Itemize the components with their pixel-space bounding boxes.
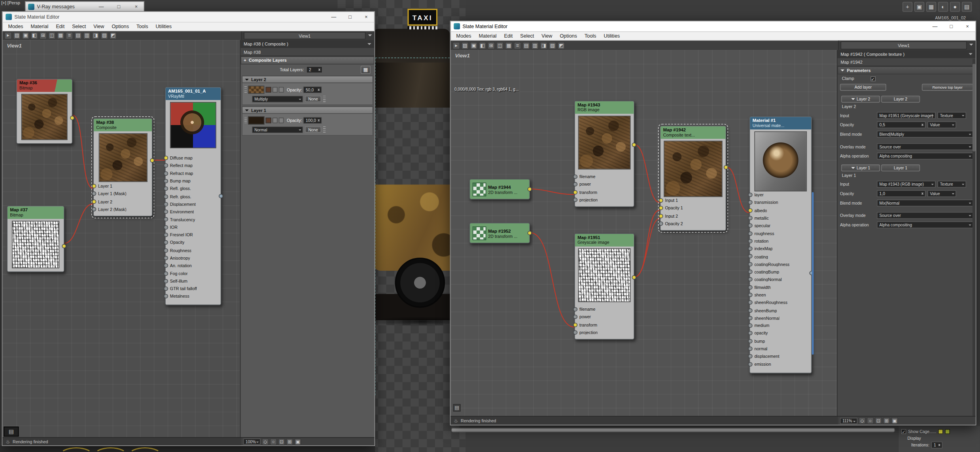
plus-icon[interactable]: +: [902, 2, 912, 12]
close-button[interactable]: ×: [129, 4, 144, 9]
input-socket[interactable]: [164, 194, 168, 199]
input-socket[interactable]: [748, 323, 753, 328]
input-socket[interactable]: [164, 156, 168, 160]
node-slot[interactable]: Anisotropy: [170, 254, 218, 262]
layer-collapse-button[interactable]: Layer 1: [841, 165, 880, 171]
node-slot[interactable]: Reflect map: [170, 162, 218, 169]
layout-all-icon[interactable]: ▦: [57, 32, 64, 40]
input-socket[interactable]: [164, 163, 168, 168]
input-socket[interactable]: [748, 339, 753, 343]
layer-options-button[interactable]: [279, 87, 284, 92]
overlay-mode-dropdown[interactable]: Source over: [877, 212, 973, 219]
node-slot[interactable]: coatingNormal: [754, 276, 808, 283]
mask-none-button[interactable]: None: [305, 126, 321, 133]
drag-handle-icon[interactable]: [244, 86, 247, 93]
zoom-level-dropdown[interactable]: 100%: [243, 439, 261, 445]
layer-tab[interactable]: Layer 2: [881, 96, 920, 103]
input-socket[interactable]: [659, 198, 663, 203]
zoom-selected-icon[interactable]: ▣: [294, 438, 301, 445]
node-slot[interactable]: Bump map: [170, 177, 218, 185]
minimize-button[interactable]: —: [94, 4, 109, 9]
node-slot[interactable]: Opacity 1: [665, 204, 723, 212]
node-slot[interactable]: coatingBump: [754, 268, 808, 275]
chevron-down-icon[interactable]: [367, 43, 371, 47]
menu-item[interactable]: Material: [27, 24, 52, 29]
node-slot[interactable]: layer: [754, 191, 808, 199]
input-socket[interactable]: [573, 323, 577, 327]
node-slot[interactable]: Refr. gloss.: [170, 193, 218, 200]
show-end-result-icon[interactable]: ◫: [48, 32, 56, 40]
layer-thumbnail[interactable]: [248, 85, 264, 94]
material-id-channel-icon[interactable]: ▤: [522, 42, 530, 49]
input-socket[interactable]: [164, 240, 168, 245]
output-socket[interactable]: [62, 244, 66, 248]
input-socket[interactable]: [748, 285, 753, 289]
node-slot[interactable]: Translucency: [170, 216, 218, 223]
node-map37[interactable]: Map #37 Bitmap: [7, 206, 64, 272]
overlay-mode-dropdown[interactable]: Source over: [877, 143, 973, 150]
pick-material-icon[interactable]: ▨: [13, 32, 21, 40]
input-socket[interactable]: [92, 199, 96, 204]
node-slot[interactable]: Metalness: [170, 292, 218, 300]
input-socket[interactable]: [164, 210, 168, 214]
input-socket[interactable]: [92, 207, 96, 211]
map-name-field[interactable]: Map #1942: [838, 58, 976, 66]
menu-item[interactable]: Select: [68, 24, 90, 29]
close-button[interactable]: ×: [358, 12, 375, 22]
input-socket[interactable]: [659, 214, 663, 218]
node-slot[interactable]: coatingRoughness: [754, 260, 808, 268]
node-slot[interactable]: Layer 1 (Mask): [98, 190, 149, 198]
node-slot[interactable]: Environment: [170, 208, 218, 216]
input-socket[interactable]: [164, 279, 168, 283]
track-bar[interactable]: [451, 428, 895, 432]
input-socket[interactable]: [659, 221, 663, 226]
input-socket[interactable]: [164, 233, 168, 237]
input-socket[interactable]: [164, 171, 168, 176]
menu-item[interactable]: View: [90, 24, 108, 29]
select-tool-icon[interactable]: ▸: [452, 42, 460, 49]
blend-mode-dropdown[interactable]: Mix|Normal: [877, 199, 973, 206]
panel-icon[interactable]: ▤: [962, 2, 972, 12]
pan-icon[interactable]: ◇: [859, 417, 865, 424]
menu-item[interactable]: Options: [108, 24, 133, 29]
zoom-extents-tool-icon[interactable]: ◩: [558, 42, 565, 49]
menu-item[interactable]: Options: [556, 33, 581, 39]
input-socket[interactable]: [164, 217, 168, 222]
drag-handle-icon[interactable]: [323, 95, 325, 102]
node-slot[interactable]: Displacement: [170, 200, 218, 208]
title-bar[interactable]: Slate Material Editor — □ ×: [450, 21, 975, 32]
pick-material-icon[interactable]: ▨: [461, 42, 469, 49]
node-map1943[interactable]: Map #1943 RGB image filename power: [574, 101, 634, 207]
menu-item[interactable]: Tools: [581, 33, 600, 39]
panel-toggle-icon[interactable]: ▤: [4, 427, 19, 437]
show-map-in-viewport-icon[interactable]: ⊞: [40, 32, 47, 40]
layer-visibility-button[interactable]: [272, 87, 278, 92]
zoom-selected-icon[interactable]: ▣: [891, 417, 898, 424]
maximize-button[interactable]: □: [111, 4, 126, 9]
put-to-library-icon[interactable]: ▣: [470, 42, 477, 49]
rollout-composite-layers[interactable]: + Composite Layers: [240, 56, 374, 65]
zoom-extents-icon[interactable]: ⊞: [883, 417, 890, 424]
node-map1942[interactable]: Map #1942 Composite text... Input 1: [660, 126, 726, 231]
layer-color-swatch[interactable]: [266, 87, 271, 92]
node-slot[interactable]: sheenRoughness: [754, 299, 808, 306]
mask-none-button[interactable]: None: [305, 96, 321, 102]
input-socket[interactable]: [164, 256, 168, 260]
input-socket[interactable]: [573, 198, 577, 202]
node-slot[interactable]: roughness: [754, 230, 808, 237]
input-socket[interactable]: [748, 316, 753, 320]
input-socket[interactable]: [748, 208, 753, 213]
menu-item[interactable]: Edit: [52, 24, 68, 29]
node-vraymtl[interactable]: AM165_001_01_A VRayMtl Diffuse map: [165, 87, 221, 306]
input-socket[interactable]: [573, 315, 577, 319]
input-socket[interactable]: [748, 308, 753, 312]
chevron-down-icon[interactable]: [969, 53, 972, 57]
node-slot[interactable]: power: [579, 180, 631, 188]
zoom-icon[interactable]: ○: [867, 417, 874, 424]
show-background-icon[interactable]: ◧: [30, 32, 38, 40]
iterations-spinner[interactable]: 1: [931, 442, 942, 448]
input-socket[interactable]: [748, 300, 753, 305]
node-slot[interactable]: metallic: [754, 214, 808, 222]
node-slot[interactable]: rotation: [754, 237, 808, 245]
node-slot[interactable]: GTR tail falloff: [170, 285, 218, 292]
